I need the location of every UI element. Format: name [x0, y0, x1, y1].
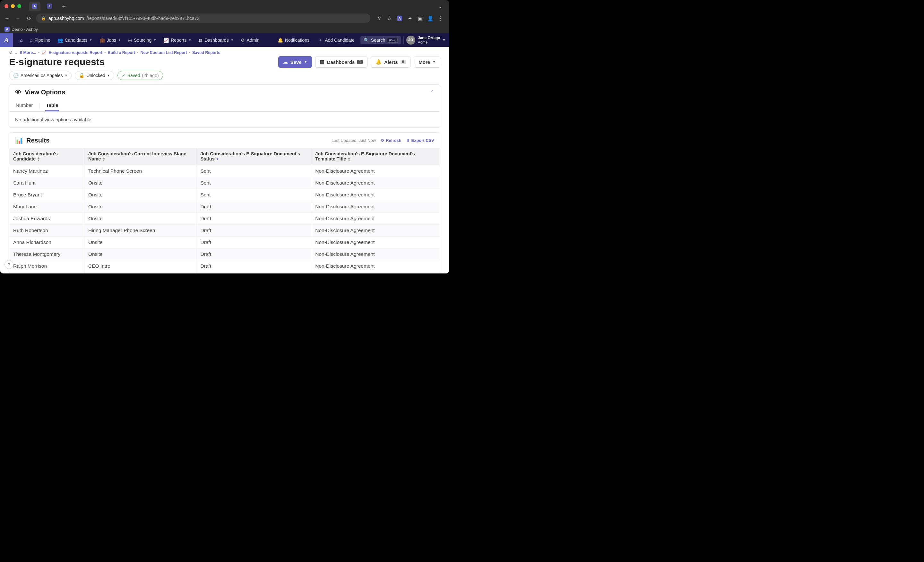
cell-template: Non-Disclosure Agreement — [311, 237, 440, 249]
breadcrumb-link[interactable]: E-signature requests Report — [48, 50, 102, 55]
cell-template: Non-Disclosure Agreement — [311, 189, 440, 201]
lock-pill[interactable]: 🔓 Unlocked ▼ — [75, 71, 114, 80]
chevron-down-icon: ▼ — [153, 39, 156, 42]
cell-candidate: Ruth Robertson — [9, 225, 84, 237]
column-header[interactable]: Job Consideration's E-Signature Document… — [196, 148, 311, 165]
nav-home[interactable]: ⌂ — [17, 36, 26, 45]
chevron-down-icon: ▼ — [65, 74, 68, 77]
nav-item-reports[interactable]: 📈Reports▼ — [160, 36, 195, 45]
chart-icon: 📈 — [41, 50, 46, 55]
star-icon[interactable]: ☆ — [386, 15, 393, 22]
chevron-down-icon: ▼ — [188, 39, 191, 42]
user-menu[interactable]: JO Jane Ortega Acme ▼ — [406, 36, 446, 45]
browser-tab-active[interactable]: A — [29, 1, 40, 10]
column-header[interactable]: Job Consideration's Candidate ▲▼ — [9, 148, 84, 165]
view-tab-table[interactable]: Table — [45, 100, 59, 111]
table-row[interactable]: Anna RichardsonOnsiteDraftNon-Disclosure… — [9, 237, 440, 249]
table-row[interactable]: Ruth RobertsonHiring Manager Phone Scree… — [9, 225, 440, 237]
share-icon[interactable]: ⇪ — [375, 15, 382, 22]
check-icon: ✓ — [122, 73, 126, 78]
nav-item-pipeline[interactable]: ⌂Pipeline — [26, 36, 53, 45]
refresh-button[interactable]: ⟳ Refresh — [381, 138, 401, 143]
cell-stage: Onsite — [84, 201, 196, 213]
cell-template: Non-Disclosure Agreement — [311, 272, 440, 273]
cell-status: Draft — [196, 260, 311, 272]
table-row[interactable]: Nancy MartinezTechnical Phone ScreenSent… — [9, 165, 440, 177]
nav-item-jobs[interactable]: 💼Jobs▼ — [96, 36, 124, 45]
chart-icon: 📈 — [164, 37, 169, 43]
timezone-pill[interactable]: 🕐 America/Los Angeles ▼ — [9, 71, 72, 80]
cell-candidate: Anna Richardson — [9, 237, 84, 249]
results-title: Results — [26, 137, 50, 144]
bookmark-item[interactable]: A Demo - Ashby — [4, 27, 38, 32]
breadcrumb-link[interactable]: Build a Report — [108, 50, 135, 55]
window-min-dot[interactable] — [11, 4, 15, 8]
cell-candidate: Lori McDonald — [9, 272, 84, 273]
help-button[interactable]: ? — [4, 260, 14, 269]
forward-button[interactable]: → — [14, 15, 22, 21]
notifications-button[interactable]: 🔔 Notifications — [274, 36, 313, 44]
export-csv-button[interactable]: ⬇ Export CSV — [406, 138, 434, 143]
home-icon: ⌂ — [30, 37, 32, 43]
breadcrumb-link[interactable]: Saved Reports — [192, 50, 220, 55]
history-icon[interactable]: ↺ — [9, 50, 12, 55]
cell-status: Draft — [196, 213, 311, 225]
save-button[interactable]: ☁ Save ▼ — [278, 56, 312, 68]
cell-status: Draft — [196, 237, 311, 249]
cell-stage: Onsite — [84, 177, 196, 189]
divider — [404, 36, 404, 44]
app-logo[interactable]: A — [0, 33, 13, 47]
cell-template: Non-Disclosure Agreement — [311, 201, 440, 213]
window-max-dot[interactable] — [17, 4, 21, 8]
dashboards-button[interactable]: ▦ Dashboards 1 — [315, 56, 368, 68]
table-row[interactable]: Ralph MorrisonCEO IntroDraftNon-Disclosu… — [9, 260, 440, 272]
more-button[interactable]: More ▼ — [414, 56, 440, 68]
chevron-down-icon: ▼ — [304, 60, 307, 64]
breadcrumb-link[interactable]: New Custom List Report — [140, 50, 187, 55]
cell-template: Non-Disclosure Agreement — [311, 177, 440, 189]
saved-pill: ✓ Saved (2h ago) — [117, 71, 163, 80]
tab-overflow-icon[interactable]: ⌄ — [438, 3, 442, 9]
alerts-button[interactable]: 🔔 Alerts 0 — [371, 56, 411, 68]
browser-menu-icon[interactable]: ⋮ — [437, 15, 444, 22]
radar-icon: ◎ — [128, 37, 132, 43]
table-row[interactable]: Sara HuntOnsiteSentNon-Disclosure Agreem… — [9, 177, 440, 189]
column-header[interactable]: Job Consideration's Current Interview St… — [84, 148, 196, 165]
nav-item-candidates[interactable]: 👥Candidates▼ — [54, 36, 96, 45]
view-tab-number[interactable]: Number — [15, 100, 33, 111]
table-row[interactable]: Mary LaneOnsiteDraftNon-Disclosure Agree… — [9, 201, 440, 213]
new-tab-button[interactable]: ＋ — [58, 1, 69, 11]
collapse-button[interactable]: ⌃ — [430, 89, 434, 95]
plus-icon: ＋ — [318, 37, 323, 43]
chevron-down-icon[interactable]: ⌄ — [15, 50, 18, 55]
breadcrumb-more[interactable]: 9 More... — [20, 50, 36, 55]
ashby-favicon: A — [32, 3, 37, 9]
cell-stage: Onsite — [84, 249, 196, 260]
nav-item-sourcing[interactable]: ◎Sourcing▼ — [125, 36, 159, 45]
profile-icon[interactable]: 👤 — [427, 15, 434, 22]
table-row[interactable]: Lori McDonaldOnsiteCompleteNon-Disclosur… — [9, 272, 440, 273]
reload-button[interactable]: ⟳ — [25, 15, 33, 21]
add-candidate-button[interactable]: ＋ Add Candidate — [315, 36, 358, 45]
address-bar[interactable]: 🔒 app.ashbyhq.com/reports/saved/8bf7f105… — [36, 13, 370, 23]
cell-template: Non-Disclosure Agreement — [311, 225, 440, 237]
cell-stage: Onsite — [84, 272, 196, 273]
extension-ashby-icon[interactable]: A — [396, 15, 403, 22]
panel-icon[interactable]: ▣ — [417, 15, 424, 22]
nav-item-admin[interactable]: ⚙Admin — [237, 36, 263, 45]
nav-item-dashboards[interactable]: ▦Dashboards▼ — [195, 36, 237, 45]
refresh-icon: ⟳ — [381, 138, 384, 143]
extensions-icon[interactable]: ✦ — [406, 15, 413, 22]
alerts-badge: 0 — [400, 60, 406, 64]
table-row[interactable]: Theresa MontgomeryOnsiteDraftNon-Disclos… — [9, 249, 440, 260]
cell-status: Draft — [196, 201, 311, 213]
table-row[interactable]: Joshua EdwardsOnsiteDraftNon-Disclosure … — [9, 213, 440, 225]
browser-tab-inactive[interactable]: A — [44, 1, 55, 10]
window-close-dot[interactable] — [4, 4, 8, 8]
column-header[interactable]: Job Consideration's E-Signature Document… — [311, 148, 440, 165]
search-button[interactable]: 🔍 Search ⌘+K — [360, 36, 401, 44]
cell-status: Draft — [196, 249, 311, 260]
back-button[interactable]: ← — [3, 15, 11, 21]
table-row[interactable]: Bruce BryantOnsiteSentNon-Disclosure Agr… — [9, 189, 440, 201]
url-path: /reports/saved/8bf7f105-7993-48db-bad9-2… — [87, 16, 200, 21]
